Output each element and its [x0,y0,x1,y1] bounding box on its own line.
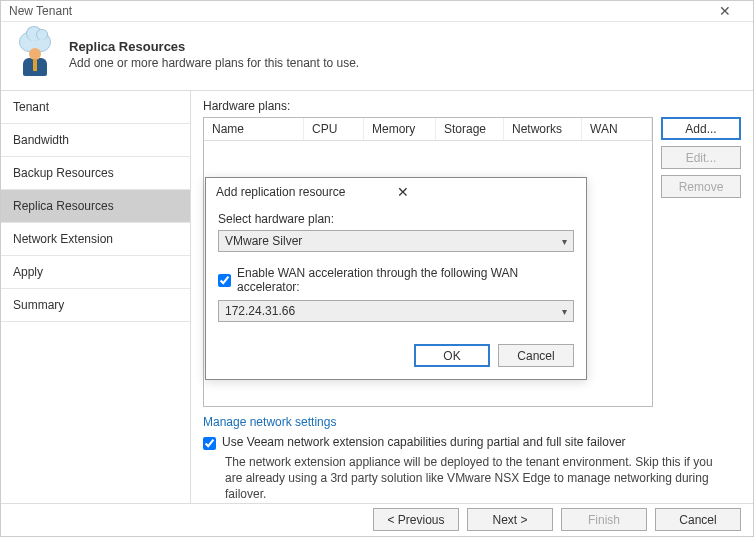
next-button[interactable]: Next > [467,508,553,531]
wizard-footer: < Previous Next > Finish Cancel [1,503,753,536]
sidebar-item-summary[interactable]: Summary [1,289,190,322]
wizard-header: Replica Resources Add one or more hardwa… [1,22,753,90]
col-name[interactable]: Name [204,118,304,140]
dialog-titlebar: Add replication resource ✕ [206,178,586,206]
add-button[interactable]: Add... [661,117,741,140]
hardware-plan-value: VMware Silver [225,234,302,248]
wan-accelerator-value: 172.24.31.66 [225,304,295,318]
col-storage[interactable]: Storage [436,118,504,140]
finish-button: Finish [561,508,647,531]
enable-wan-acceleration-label: Enable WAN acceleration through the foll… [237,266,574,294]
col-memory[interactable]: Memory [364,118,436,140]
page-title: Replica Resources [69,39,359,54]
col-wan[interactable]: WAN [582,118,652,140]
sidebar-item-tenant[interactable]: Tenant [1,91,190,124]
window-title: New Tenant [9,4,705,18]
network-extension-note: The network extension appliance will be … [225,454,741,503]
page-subtitle: Add one or more hardware plans for this … [69,56,359,70]
cancel-button[interactable]: Cancel [655,508,741,531]
remove-button: Remove [661,175,741,198]
sidebar-item-label: Backup Resources [13,166,114,180]
tenant-cloud-icon [13,32,57,76]
wan-accelerator-select[interactable]: 172.24.31.66 ▾ [218,300,574,322]
hardware-plan-select[interactable]: VMware Silver ▾ [218,230,574,252]
sidebar-item-label: Bandwidth [13,133,69,147]
sidebar-item-apply[interactable]: Apply [1,256,190,289]
sidebar-item-network-extension[interactable]: Network Extension [1,223,190,256]
sidebar-item-bandwidth[interactable]: Bandwidth [1,124,190,157]
dialog-title: Add replication resource [216,185,393,199]
col-cpu[interactable]: CPU [304,118,364,140]
sidebar-item-label: Apply [13,265,43,279]
edit-button: Edit... [661,146,741,169]
dialog-cancel-button[interactable]: Cancel [498,344,574,367]
sidebar-item-label: Summary [13,298,64,312]
sidebar-item-backup-resources[interactable]: Backup Resources [1,157,190,190]
close-icon[interactable]: ✕ [705,3,745,19]
hardware-plans-label: Hardware plans: [203,99,741,113]
manage-network-settings-link[interactable]: Manage network settings [203,415,741,429]
ok-button[interactable]: OK [414,344,490,367]
chevron-down-icon: ▾ [562,236,567,247]
select-hardware-plan-label: Select hardware plan: [218,212,574,226]
close-icon[interactable]: ✕ [393,184,578,200]
table-header: Name CPU Memory Storage Networks WAN [204,118,652,141]
use-network-extension-checkbox[interactable] [203,437,216,450]
header-text: Replica Resources Add one or more hardwa… [69,39,359,70]
titlebar: New Tenant ✕ [1,1,753,22]
add-replication-resource-dialog: Add replication resource ✕ Select hardwa… [205,177,587,380]
previous-button[interactable]: < Previous [373,508,459,531]
wizard-steps: Tenant Bandwidth Backup Resources Replic… [1,91,191,503]
sidebar-item-replica-resources[interactable]: Replica Resources [1,190,190,223]
wizard-window: New Tenant ✕ Replica Resources Add one o… [0,0,754,537]
table-buttons: Add... Edit... Remove [661,117,741,198]
sidebar-item-label: Tenant [13,100,49,114]
sidebar-item-label: Network Extension [13,232,113,246]
col-networks[interactable]: Networks [504,118,582,140]
chevron-down-icon: ▾ [562,306,567,317]
use-network-extension-label: Use Veeam network extension capabilities… [222,435,626,449]
enable-wan-acceleration-checkbox[interactable] [218,274,231,287]
sidebar-item-label: Replica Resources [13,199,114,213]
